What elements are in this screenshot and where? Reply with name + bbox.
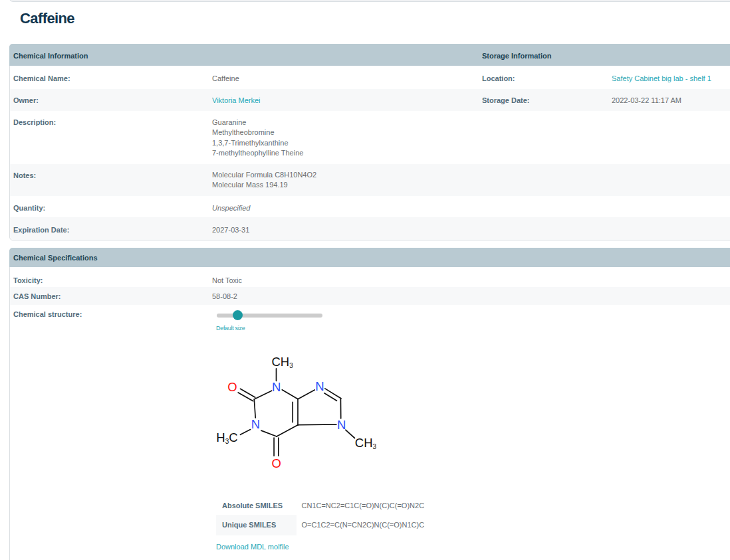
svg-text:O: O	[272, 456, 281, 470]
svg-text:N: N	[251, 417, 260, 431]
svg-text:O: O	[227, 380, 237, 394]
svg-text:N: N	[337, 418, 346, 432]
svg-text:N: N	[315, 379, 324, 393]
svg-text:CH3: CH3	[355, 436, 377, 450]
svg-text:N: N	[272, 380, 281, 394]
svg-text:CH3: CH3	[271, 355, 293, 369]
svg-text:H3C: H3C	[216, 430, 237, 445]
